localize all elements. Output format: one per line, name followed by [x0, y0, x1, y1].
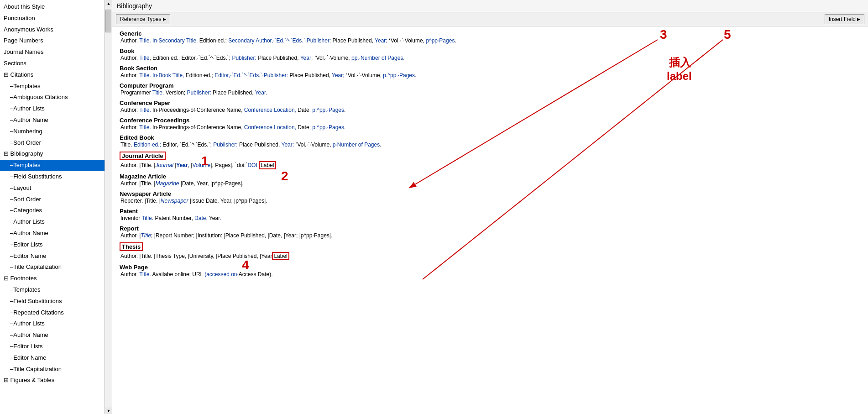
sidebar-item-citations-numbering[interactable]: –Numbering — [0, 126, 105, 137]
sidebar-item-bibliography-templates[interactable]: –Templates — [0, 160, 105, 171]
sidebar-item-footnotes-author-lists[interactable]: –Author Lists — [0, 318, 105, 330]
sidebar-item-label-about: About this Style — [4, 3, 45, 10]
main-title: Bibliography — [117, 2, 152, 10]
sidebar-item-punctuation[interactable]: Punctuation — [0, 13, 105, 24]
ref-section-web-page: Web PageAuthor. Title. Availabe online: … — [120, 264, 861, 278]
sidebar-item-label-citations-sort-order: –Sort Order — [10, 139, 41, 146]
sidebar-item-footnotes-templates[interactable]: –Templates — [0, 284, 105, 296]
sidebar-item-label-footnotes-repeated-cit: –Repeated Citations — [10, 309, 64, 316]
sidebar-item-label-bibliography-title-cap: –Title Capitalization — [10, 263, 62, 270]
ref-section-journal-article: Journal ArticleAuthor. |Title. |Journal … — [120, 152, 861, 169]
sidebar-item-citations-templates[interactable]: –Templates — [0, 81, 105, 92]
sidebar-item-label-page-numbers: Page Numbers — [4, 37, 43, 44]
ref-type-name-report: Report — [120, 225, 861, 232]
sidebar-item-page-numbers[interactable]: Page Numbers — [0, 35, 105, 47]
label-box-journal-article: Label — [259, 161, 276, 169]
sidebar-item-footnotes-editor-name[interactable]: –Editor Name — [0, 352, 105, 364]
sidebar-item-journal-names[interactable]: Journal Names — [0, 47, 105, 58]
sidebar-item-citations-group[interactable]: ⊟ Citations — [0, 69, 105, 81]
sidebar-item-label-bibliography-field-subs: –Field Substitutions — [10, 173, 62, 180]
ref-template-computer-program: Programmer Title. Version; Publisher: Pl… — [120, 89, 861, 96]
ref-section-magazine-article: Magazine ArticleAuthor. |Title. |Magazin… — [120, 173, 861, 187]
sidebar-item-citations-author-lists[interactable]: –Author Lists — [0, 103, 105, 115]
ref-template-web-page: Author. Title. Availabe online: URL (acc… — [120, 271, 861, 278]
sidebar-item-label-footnotes-group: ⊟ Footnotes — [4, 275, 37, 282]
sidebar-scroll-up-btn[interactable]: ▲ — [105, 0, 112, 7]
insert-field-label: Insert Field — [829, 16, 856, 22]
ref-type-name-conference-proceedings: Conference Proceedings — [120, 117, 861, 124]
sidebar-item-bibliography-layout[interactable]: –Layout — [0, 183, 105, 194]
ref-type-name-conference-paper: Conference Paper — [120, 100, 861, 106]
ref-template-edited-book: Title. Edition·ed.; Editor,·`Ed.`^·`Eds.… — [120, 141, 861, 148]
insert-field-btn[interactable]: Insert Field ▶ — [825, 14, 864, 24]
ref-template-magazine-article: Author. |Title. |Magazine |Date, Year, |… — [120, 180, 861, 187]
sidebar-item-citations-ambiguous[interactable]: –Ambiguous Citations — [0, 92, 105, 103]
sidebar-item-label-bibliography-categories: –Categories — [10, 207, 42, 214]
sidebar-item-bibliography-author-lists[interactable]: –Author Lists — [0, 216, 105, 228]
ref-section-edited-book: Edited BookTitle. Edition·ed.; Editor,·`… — [120, 134, 861, 148]
sidebar-item-bibliography-author-name[interactable]: –Author Name — [0, 228, 105, 239]
sidebar-item-label-footnotes-templates: –Templates — [10, 286, 40, 293]
sidebar-item-bibliography-group[interactable]: ⊟ Bibliography — [0, 148, 105, 160]
ref-template-patent: Inventor Title. Patent Number, Date, Yea… — [120, 215, 861, 221]
reference-types-btn[interactable]: Reference Types ▶ — [116, 14, 170, 24]
sidebar-item-label-bibliography-sort-order: –Sort Order — [10, 196, 41, 203]
ref-template-conference-proceedings: Author. Title. In·Proceedings·of·Confere… — [120, 124, 861, 131]
ref-template-book-section: Author. Title. In·Book Title, Edition·ed… — [120, 72, 861, 79]
ref-type-name-newspaper-article: Newspaper Article — [120, 190, 861, 197]
sidebar-item-footnotes-field-subs[interactable]: –Field Substitutions — [0, 296, 105, 307]
sidebar-item-footnotes-editor-lists[interactable]: –Editor Lists — [0, 341, 105, 352]
sidebar-item-footnotes-repeated-cit[interactable]: –Repeated Citations — [0, 307, 105, 319]
sidebar-item-citations-sort-order[interactable]: –Sort Order — [0, 137, 105, 149]
ref-type-name-book-section: Book Section — [120, 65, 861, 72]
sidebar-item-bibliography-field-subs[interactable]: –Field Substitutions — [0, 171, 105, 183]
sidebar-item-footnotes-author-name[interactable]: –Author Name — [0, 330, 105, 341]
sidebar-item-label-bibliography-author-lists: –Author Lists — [10, 218, 45, 225]
sidebar-item-citations-author-name[interactable]: –Author Name — [0, 115, 105, 126]
sidebar-item-label-punctuation: Punctuation — [4, 15, 35, 21]
ref-section-book-section: Book SectionAuthor. Title. In·Book Title… — [120, 65, 861, 79]
sidebar-item-label-footnotes-title-cap: –Title Capitalization — [10, 366, 62, 372]
sidebar-item-label-citations-author-lists: –Author Lists — [10, 105, 45, 112]
sidebar-item-bibliography-editor-name[interactable]: –Editor Name — [0, 251, 105, 262]
reference-types-list: GenericAuthor. Title. In·Secondary Title… — [120, 30, 861, 278]
sidebar-item-figures-tables-group[interactable]: ⊞ Figures & Tables — [0, 375, 105, 386]
ref-section-conference-paper: Conference PaperAuthor. Title. In·Procee… — [120, 100, 861, 113]
sidebar-item-label-footnotes-field-subs: –Field Substitutions — [10, 298, 62, 304]
ref-type-name-journal-article[interactable]: Journal Article — [120, 152, 166, 160]
sidebar-scroll-down-btn[interactable]: ▼ — [105, 407, 112, 414]
ref-section-report: ReportAuthor. |Title; |Report Number; |I… — [120, 225, 861, 239]
sidebar-item-anonymous-works[interactable]: Anonymous Works — [0, 24, 105, 36]
toolbar-left: Reference Types ▶ — [116, 14, 170, 24]
sidebar-item-about[interactable]: About this Style — [0, 1, 105, 13]
sidebar-item-footnotes-title-cap[interactable]: –Title Capitalization — [0, 364, 105, 375]
ref-type-name-book: Book — [120, 47, 861, 54]
ref-template-conference-paper: Author. Title. In·Proceedings·of·Confere… — [120, 107, 861, 113]
ref-section-conference-proceedings: Conference ProceedingsAuthor. Title. In·… — [120, 117, 861, 131]
main-header: Bibliography — [112, 0, 868, 12]
sidebar-item-label-citations-ambiguous: –Ambiguous Citations — [10, 94, 68, 100]
ref-section-patent: PatentInventor Title. Patent Number, Dat… — [120, 208, 861, 221]
toolbar-right: Insert Field ▶ — [825, 14, 864, 24]
sidebar-item-label-footnotes-editor-name: –Editor Name — [10, 354, 46, 361]
sidebar-item-bibliography-title-cap[interactable]: –Title Capitalization — [0, 262, 105, 273]
reference-types-arrow-icon: ▶ — [163, 17, 166, 21]
sidebar-item-label-citations-group: ⊟ Citations — [4, 71, 33, 78]
sidebar-item-label-citations-numbering: –Numbering — [10, 128, 42, 135]
ref-type-name-web-page: Web Page — [120, 264, 861, 271]
sidebar-item-bibliography-categories[interactable]: –Categories — [0, 205, 105, 216]
ref-template-report: Author. |Title; |Report Number; |Institu… — [120, 232, 861, 239]
reference-types-label: Reference Types — [120, 16, 162, 22]
ref-type-name-thesis[interactable]: Thesis — [120, 242, 143, 251]
sidebar-item-label-bibliography-author-name: –Author Name — [10, 230, 48, 236]
ref-template-book: Author. Title, Edition·ed.; Editor,·`Ed.… — [120, 55, 861, 61]
ref-type-name-patent: Patent — [120, 208, 861, 215]
sidebar-item-bibliography-editor-lists[interactable]: –Editor Lists — [0, 239, 105, 251]
sidebar-item-sections[interactable]: Sections — [0, 58, 105, 69]
sidebar-item-label-bibliography-editor-lists: –Editor Lists — [10, 241, 43, 248]
sidebar-item-label-journal-names: Journal Names — [4, 48, 43, 55]
sidebar-item-footnotes-group[interactable]: ⊟ Footnotes — [0, 273, 105, 284]
sidebar-item-bibliography-sort-order[interactable]: –Sort Order — [0, 194, 105, 205]
content-area: GenericAuthor. Title. In·Secondary Title… — [112, 26, 868, 414]
sidebar-item-label-figures-tables-group: ⊞ Figures & Tables — [4, 377, 54, 383]
